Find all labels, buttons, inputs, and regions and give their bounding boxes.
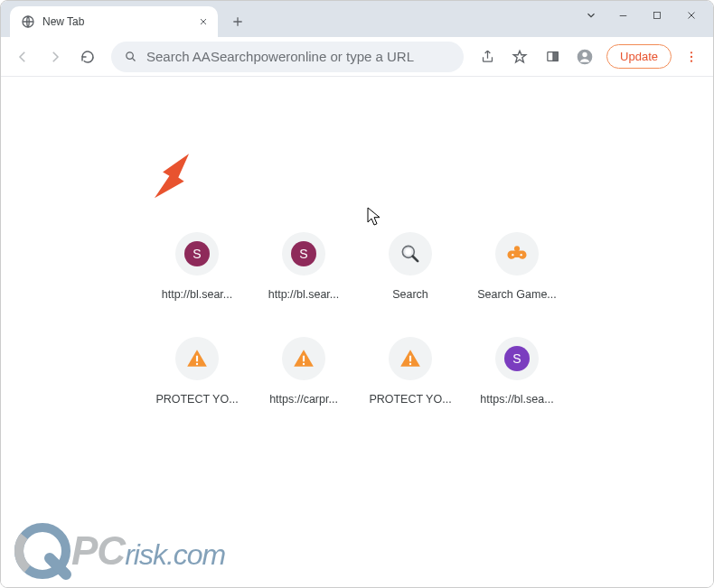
back-button[interactable] [8,42,37,71]
tab-search-button[interactable] [578,5,605,26]
toolbar: Search AASearchpoweronline or type a URL… [1,37,713,77]
watermark-suffix: risk.com [125,538,225,571]
omnibox[interactable]: Search AASearchpoweronline or type a URL [111,42,464,72]
svg-point-6 [582,51,587,56]
shortcut-favicon [175,337,219,380]
svg-point-20 [409,363,411,365]
close-window-button[interactable] [675,5,708,26]
tab-close-button[interactable] [196,14,211,29]
letter-icon: S [184,241,210,266]
update-button[interactable]: Update [606,44,672,69]
shortcut-label: https://carpr... [269,393,338,406]
svg-point-14 [521,254,522,256]
shortcut-label: Search Game... [477,288,557,301]
forward-button[interactable] [41,42,70,71]
shortcut-tile[interactable]: https://carpr... [250,335,357,440]
new-tab-button[interactable] [225,9,250,34]
shortcut-favicon [282,337,325,380]
shortcut-favicon [389,337,432,380]
shortcut-favicon: S [175,232,219,275]
svg-point-13 [512,254,513,256]
globe-icon [21,14,35,29]
tab-title: New Tab [42,15,189,28]
bookmark-icon[interactable] [505,42,534,71]
profile-icon[interactable] [570,42,599,71]
svg-rect-17 [303,356,305,362]
svg-point-9 [691,60,692,61]
svg-point-11 [405,248,411,255]
watermark-logo-icon [14,522,71,580]
shortcut-label: http://bl.sear... [162,288,233,301]
warning-icon [292,347,315,370]
window-controls [578,5,708,26]
menu-icon[interactable] [677,42,706,71]
watermark-prefix: PC [71,528,125,573]
minimize-button[interactable] [606,5,639,26]
gamepad-icon [504,241,530,266]
warning-icon [185,347,209,370]
shortcut-tile[interactable]: Search [357,230,464,335]
shortcut-label: http://bl.sear... [268,288,340,301]
annotation-arrow-icon [144,147,207,210]
shortcut-tile[interactable]: S https://bl.sea... [464,335,570,440]
svg-point-8 [691,55,692,57]
magnifier-icon [399,242,422,266]
shortcut-label: https://bl.sea... [480,393,553,406]
share-icon[interactable] [473,42,502,71]
shortcut-tile[interactable]: PROTECT YO... [144,335,250,440]
shortcut-tile[interactable]: Search Game... [464,230,570,335]
svg-point-7 [691,51,692,53]
shortcut-favicon [495,232,539,275]
svg-point-16 [196,363,198,365]
browser-tab[interactable]: New Tab [10,6,218,37]
omnibox-placeholder: Search AASearchpoweronline or type a URL [146,49,414,64]
shortcut-favicon [389,232,432,275]
shortcut-tile[interactable]: PROTECT YO... [357,335,464,440]
shortcut-label: PROTECT YO... [155,393,238,406]
search-icon [124,50,137,63]
shortcut-favicon: S [495,337,539,380]
letter-icon: S [291,241,316,266]
svg-rect-19 [409,356,411,362]
svg-point-12 [514,246,520,251]
shortcuts-grid: S http://bl.sear... S http://bl.sear... … [144,230,570,440]
watermark: PCrisk.com [14,522,225,580]
svg-rect-4 [553,52,558,61]
shortcut-tile[interactable]: S http://bl.sear... [144,230,250,335]
shortcut-tile[interactable]: S http://bl.sear... [250,230,357,335]
watermark-text: PCrisk.com [71,528,225,574]
shortcut-label: PROTECT YO... [369,393,451,406]
sidepanel-icon[interactable] [538,42,567,71]
maximize-button[interactable] [641,5,673,26]
svg-point-18 [303,363,305,365]
mouse-cursor-icon [367,207,381,227]
shortcut-favicon: S [282,232,325,275]
reload-button[interactable] [73,42,102,71]
shortcut-label: Search [392,288,428,301]
titlebar: New Tab [1,1,713,37]
svg-rect-15 [196,356,198,362]
letter-icon: S [504,346,530,371]
warning-icon [399,347,422,370]
new-tab-page: S http://bl.sear... S http://bl.sear... … [1,77,713,588]
svg-point-2 [127,52,134,60]
svg-rect-1 [654,13,661,19]
